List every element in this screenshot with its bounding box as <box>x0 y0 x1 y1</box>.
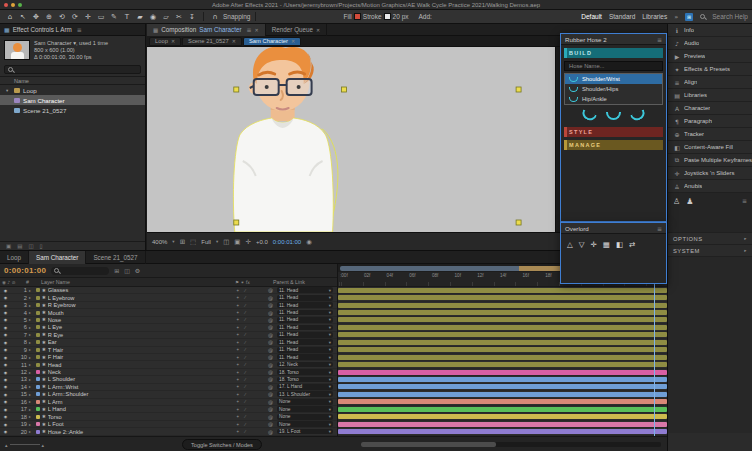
layer-name[interactable]: L Shoulder <box>48 376 234 382</box>
zoom-tool[interactable]: ⊕ <box>43 13 55 21</box>
parent-dropdown[interactable]: 17. L Hand ▾ <box>277 384 333 390</box>
timeline-search-input[interactable] <box>51 267 109 275</box>
project-search-input[interactable] <box>4 65 141 74</box>
layer-name[interactable]: L Hand <box>48 406 234 412</box>
layer-track[interactable] <box>338 294 667 301</box>
layer-name[interactable]: L Eye <box>48 324 234 330</box>
layer-track[interactable] <box>338 428 667 435</box>
rig-walk-icon[interactable]: ♟ <box>686 197 693 206</box>
layer-switches[interactable]: ✦ ⁄ <box>236 288 266 293</box>
layer-row[interactable]: ◉ 10 ▸ ✱ F Hair ✦ ⁄ @ 11. Head ▾ <box>0 354 337 361</box>
delete-icon[interactable]: ▯ <box>40 243 43 249</box>
visibility-eye-icon[interactable]: ◉ <box>2 407 9 412</box>
maximize-window-icon[interactable] <box>18 3 22 7</box>
toggle-switches-modes-button[interactable]: Toggle Switches / Modes <box>182 439 262 450</box>
layer-name[interactable]: F Hair <box>48 354 234 360</box>
parent-pickwhip-icon[interactable]: @ <box>268 362 275 368</box>
label-color-chip[interactable] <box>36 430 40 434</box>
magnet-icon[interactable]: ∩ <box>209 13 221 21</box>
close-icon[interactable]: ✕ <box>316 27 320 33</box>
layer-duration-bar[interactable] <box>338 347 667 352</box>
visibility-eye-icon[interactable]: ◉ <box>2 288 9 293</box>
layer-row[interactable]: ◉ 11 ▸ ✱ Head ✦ ⁄ @ 12. Neck ▾ <box>0 361 337 368</box>
layer-duration-bar[interactable] <box>338 414 667 419</box>
layer-track[interactable] <box>338 391 667 398</box>
search-icon[interactable] <box>700 14 705 19</box>
panel-align[interactable]: ≡ Align <box>668 76 752 89</box>
item-name[interactable]: Sam Character <box>23 97 65 104</box>
expand-arrow-icon[interactable]: ▸ <box>29 325 34 330</box>
layer-row[interactable]: ◉ 9 ▸ ✱ T Hair ✦ ⁄ @ 11. Head ▾ <box>0 347 337 354</box>
expand-arrow-icon[interactable]: ▸ <box>29 429 34 434</box>
panel-character[interactable]: A Character <box>668 102 752 115</box>
layer-name[interactable]: L Eyebrow <box>48 295 234 301</box>
layer-row[interactable]: ◉ 19 ▸ ✱ L Foot ✦ ⁄ @ None ▾ <box>0 421 337 428</box>
layer-switches[interactable]: ✦ ⁄ <box>236 310 266 315</box>
close-icon[interactable]: ✕ <box>291 38 295 44</box>
label-color-chip[interactable] <box>36 407 40 411</box>
layer-track[interactable] <box>338 384 667 391</box>
current-time-indicator[interactable] <box>654 272 655 436</box>
viewer-timecode[interactable]: 0:00:01:00 <box>273 239 301 245</box>
layer-switches[interactable]: ✦ ⁄ <box>236 295 266 300</box>
resolution-dropdown[interactable]: Full <box>201 239 211 245</box>
expand-arrow-icon[interactable]: ▸ <box>29 355 34 360</box>
parent-dropdown[interactable]: None ▾ <box>277 421 333 427</box>
expand-arrow-icon[interactable]: ▸ <box>29 399 34 404</box>
parent-dropdown[interactable]: 12. Neck ▾ <box>277 362 333 368</box>
label-color-chip[interactable] <box>36 288 40 292</box>
shape-tool[interactable]: ▭ <box>95 13 107 21</box>
stroke-label[interactable]: Stroke <box>363 13 382 20</box>
layer-row[interactable]: ◉ 2 ▸ ✱ L Eyebrow ✦ ⁄ @ 11. Head ▾ <box>0 294 337 301</box>
visibility-eye-icon[interactable]: ◉ <box>2 414 9 419</box>
close-icon[interactable]: ✕ <box>171 38 175 44</box>
layer-row[interactable]: ◉ 1 ▸ ✱ Glasses ✦ ⁄ @ 11. Head ▾ <box>0 287 337 294</box>
new-hose-left-icon[interactable] <box>580 109 597 123</box>
name-column-header[interactable]: Name <box>0 76 145 85</box>
layer-switches[interactable]: ✦ ⁄ <box>236 384 266 389</box>
layer-duration-bar[interactable] <box>338 332 667 337</box>
layer-duration-bar[interactable] <box>338 377 667 382</box>
layer-name[interactable]: Head <box>48 362 234 368</box>
layer-track[interactable] <box>338 317 667 324</box>
rotation-tool[interactable]: ⟳ <box>69 13 81 21</box>
layer-name[interactable]: Nose <box>48 317 234 323</box>
fast-previews-icon[interactable]: ◫ <box>223 238 229 246</box>
puppet-pin-tool[interactable]: ↧ <box>186 13 198 21</box>
style-section-header[interactable]: STYLE <box>564 127 663 137</box>
hose-preset-option[interactable]: Shoulder/Wrist <box>565 74 662 84</box>
layer-row[interactable]: ◉ 8 ▸ ✱ Ear ✦ ⁄ @ 11. Head ▾ <box>0 339 337 346</box>
camera-icon[interactable]: ▣ <box>234 238 240 246</box>
layer-duration-bar[interactable] <box>338 399 667 404</box>
parent-dropdown[interactable]: 11. Head ▾ <box>277 325 333 331</box>
layer-name[interactable]: R Eye <box>48 332 234 338</box>
panel-tracker[interactable]: ⊕ Tracker <box>668 128 752 141</box>
item-name[interactable]: Loop <box>23 87 37 94</box>
label-color-chip[interactable] <box>36 333 40 337</box>
visibility-eye-icon[interactable]: ◉ <box>2 295 9 300</box>
eraser-tool[interactable]: ▱ <box>160 13 172 21</box>
layer-row[interactable]: ◉ 12 ▸ ✱ Neck ✦ ⁄ @ 18. Torso ▾ <box>0 369 337 376</box>
visibility-eye-icon[interactable]: ◉ <box>2 317 9 322</box>
layer-name[interactable]: L Arm::Shoulder <box>48 391 234 397</box>
transfer-tool-icon[interactable]: ⇄ <box>629 240 635 249</box>
label-color-chip[interactable] <box>36 385 40 389</box>
layer-duration-bar[interactable] <box>338 384 667 389</box>
pen-tool[interactable]: ✎ <box>108 13 120 21</box>
expand-arrow-icon[interactable]: ▸ <box>29 288 34 293</box>
parent-dropdown[interactable]: 11. Head ▾ <box>277 302 333 308</box>
visibility-eye-icon[interactable]: ◉ <box>2 310 9 315</box>
timeline-tab[interactable]: Sam Character <box>29 251 86 264</box>
parent-dropdown[interactable]: 11. Head ▾ <box>277 332 333 338</box>
expand-arrow-icon[interactable]: ▸ <box>29 377 34 382</box>
layer-track[interactable] <box>338 339 667 346</box>
new-hose-icon[interactable] <box>606 112 621 120</box>
selection-tool[interactable]: ↖ <box>17 13 29 21</box>
layer-track[interactable] <box>338 369 667 376</box>
layer-name[interactable]: Hose 2::Ankle <box>48 429 234 435</box>
layer-switches[interactable]: ✦ ⁄ <box>236 422 266 427</box>
layer-row[interactable]: ◉ 20 ▸ ✱ Hose 2::Ankle ✦ ⁄ @ 19. L Foot … <box>0 428 337 435</box>
parent-pickwhip-icon[interactable]: @ <box>268 421 275 427</box>
visibility-eye-icon[interactable]: ◉ <box>2 362 9 367</box>
pan-behind-tool[interactable]: ✛ <box>82 13 94 21</box>
